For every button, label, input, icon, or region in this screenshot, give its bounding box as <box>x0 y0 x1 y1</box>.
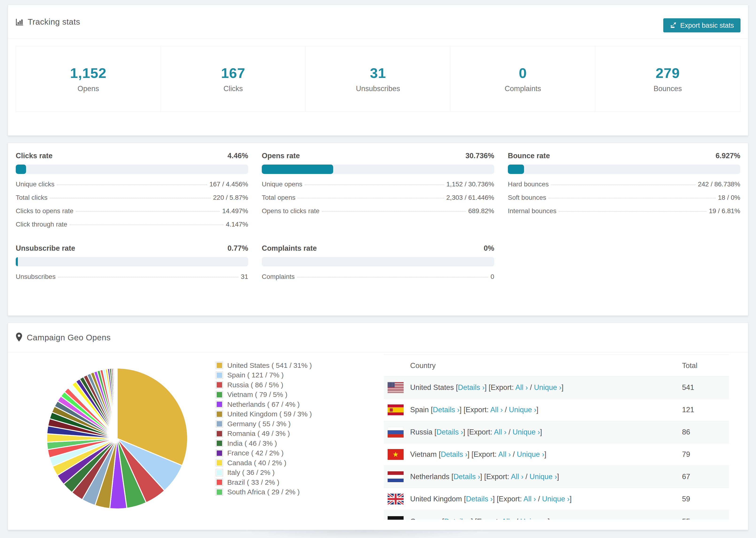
stat-cell: 167Clicks <box>161 46 306 112</box>
legend-swatch-color <box>217 431 222 436</box>
details-link[interactable]: Details › <box>458 383 485 392</box>
details-link[interactable]: Details › <box>466 495 493 503</box>
legend-swatch <box>216 450 223 457</box>
detail-row: Soft bounces18 / 0% <box>508 194 740 207</box>
export-all-link[interactable]: All › <box>502 517 514 520</box>
stat-cell: 279Bounces <box>595 46 740 112</box>
export-unique-link[interactable]: Unique › <box>542 495 569 503</box>
table-row-gb: United Kingdom [Details ›] [Export: All … <box>384 488 729 510</box>
detail-label: Hard bounces <box>508 181 549 188</box>
export-basic-stats-button[interactable]: Export basic stats <box>663 18 740 32</box>
country-flag-ru <box>388 427 404 438</box>
stat-value: 167 <box>221 65 245 81</box>
map-pin-icon <box>16 333 23 343</box>
stat-cell: 1,152Opens <box>16 46 161 112</box>
rates-grid: Clicks rate4.46%Unique clicks167 / 4.456… <box>8 143 748 286</box>
progress-bar <box>508 165 740 174</box>
rate-title: Complaints rate <box>262 244 317 252</box>
export-all-link[interactable]: All › <box>511 472 523 481</box>
detail-row: Opens to clicks rate689.82% <box>262 207 494 221</box>
stat-label: Opens <box>78 84 99 93</box>
details-link[interactable]: Details › <box>444 517 471 520</box>
dotted-leader <box>50 198 211 198</box>
detail-label: Click through rate <box>16 221 67 228</box>
legend-item: Canada ( 40 / 2% ) <box>216 458 312 468</box>
legend-swatch-color <box>217 460 222 465</box>
export-unique-link[interactable]: Unique › <box>513 428 540 436</box>
page-bottom-shadow <box>225 530 503 538</box>
detail-value: 689.82% <box>468 207 494 215</box>
legend-swatch-color <box>217 382 222 388</box>
detail-row: Unsubscribes31 <box>16 273 248 286</box>
legend-swatch <box>216 372 223 379</box>
country-name: Netherlands <box>410 472 452 481</box>
legend-swatch-color <box>217 441 222 446</box>
detail-value: 14.497% <box>222 207 248 215</box>
legend-swatch-color <box>217 489 222 495</box>
export-all-link[interactable]: All › <box>490 405 503 414</box>
stat-label: Bounces <box>654 84 682 93</box>
detail-row: Click through rate4.147% <box>16 221 248 234</box>
dotted-leader <box>551 185 695 185</box>
export-all-link[interactable]: All › <box>515 383 528 392</box>
export-unique-link[interactable]: Unique › <box>517 450 544 458</box>
table-row-es: Spain [Details ›] [Export: All › / Uniqu… <box>384 399 729 421</box>
legend-label: Vietnam ( 79 / 5% ) <box>227 391 287 399</box>
legend-label: Canada ( 40 / 2% ) <box>227 459 287 467</box>
tracking-stats-header: Tracking stats Export basic stats <box>8 5 748 39</box>
export-unique-link[interactable]: Unique › <box>520 517 548 520</box>
rate-head: Unsubscribe rate0.77% <box>16 242 248 254</box>
rate-value: 4.46% <box>228 152 248 160</box>
legend-swatch-color <box>217 411 222 417</box>
total-cell: 55 <box>682 517 729 520</box>
country-links: Spain [Details ›] [Export: All › / Uniqu… <box>410 405 682 414</box>
export-unique-link[interactable]: Unique › <box>534 383 561 392</box>
export-unique-link[interactable]: Unique › <box>509 405 536 414</box>
details-link[interactable]: Details › <box>433 405 460 414</box>
stat-cell: 31Unsubscribes <box>306 46 451 112</box>
country-flag-nl <box>388 471 404 482</box>
detail-value: 4.147% <box>226 221 248 228</box>
export-unique-link[interactable]: Unique › <box>529 472 557 481</box>
detail-row: Internal bounces19 / 6.81% <box>508 207 740 221</box>
legend-label: United Kingdom ( 59 / 3% ) <box>227 410 312 418</box>
legend-label: Spain ( 121 / 7% ) <box>227 371 284 379</box>
stat-value: 0 <box>519 65 527 81</box>
legend-swatch-color <box>217 402 222 407</box>
dotted-leader <box>298 198 444 198</box>
stat-label: Clicks <box>224 84 243 93</box>
export-all-link[interactable]: All › <box>498 450 511 458</box>
progress-bar <box>16 165 248 174</box>
details-link[interactable]: Details › <box>453 472 480 481</box>
details-link[interactable]: Details › <box>441 450 467 458</box>
legend-swatch <box>216 391 223 398</box>
country-flag-de <box>388 516 404 520</box>
geo-header: Campaign Geo Opens <box>8 323 748 352</box>
rate-title: Opens rate <box>262 152 300 160</box>
rate-block: Unsubscribe rate0.77%Unsubscribes31 <box>16 242 248 286</box>
details-link[interactable]: Details › <box>436 428 463 436</box>
column-header-total: Total <box>682 361 729 370</box>
legend-item: Romania ( 49 / 3% ) <box>216 429 312 439</box>
total-cell: 86 <box>682 428 729 436</box>
rates-panel: Clicks rate4.46%Unique clicks167 / 4.456… <box>8 143 748 316</box>
geo-pie-chart <box>45 367 189 510</box>
rate-value: 30.736% <box>465 152 494 160</box>
progress-bar <box>262 165 494 174</box>
rate-head: Clicks rate4.46% <box>16 150 248 162</box>
legend-swatch-color <box>217 363 222 368</box>
rate-block: Clicks rate4.46%Unique clicks167 / 4.456… <box>16 150 248 234</box>
export-all-link[interactable]: All › <box>494 428 507 436</box>
row-inner: United States [Details ›] [Export: All ›… <box>384 382 729 393</box>
dotted-leader <box>305 185 444 185</box>
stat-label: Complaints <box>505 84 541 93</box>
dotted-leader <box>322 211 466 212</box>
dotted-leader <box>297 277 488 278</box>
country-name: Vietnam <box>410 450 439 458</box>
dotted-leader <box>559 211 706 212</box>
total-cell: 79 <box>682 450 729 459</box>
export-all-link[interactable]: All › <box>523 495 536 503</box>
country-flag-vn: ★ <box>388 449 404 460</box>
dotted-leader <box>70 225 224 225</box>
detail-row: Hard bounces242 / 86.738% <box>508 181 740 194</box>
